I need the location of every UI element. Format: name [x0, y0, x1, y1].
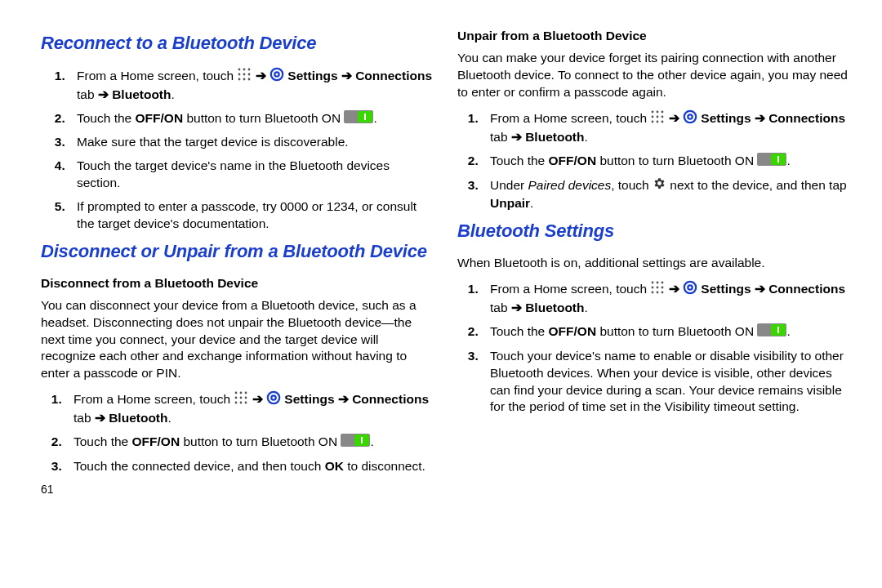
reconnect-steps: From a Home screen, touch ➔ Settings ➔ C…	[41, 67, 433, 233]
svg-point-24	[271, 396, 275, 400]
ok-label: OK	[325, 459, 344, 473]
arrow-icon: ➔	[669, 282, 679, 296]
gear-outline-icon	[270, 67, 284, 87]
step-text: next to the device, and then tap	[670, 178, 846, 192]
step-text: From a Home screen, touch	[74, 392, 234, 406]
svg-point-45	[652, 287, 654, 289]
gear-outline-icon	[266, 390, 281, 410]
svg-point-23	[268, 392, 279, 403]
svg-point-37	[684, 110, 696, 122]
svg-point-15	[240, 392, 243, 394]
disconnect-intro: You can disconnect your device from a Bl…	[41, 297, 433, 383]
bluetooth-label: Bluetooth	[525, 130, 584, 144]
list-item: Touch the OFF/ON button to turn Bluetoot…	[482, 153, 849, 171]
gear-outline-icon	[683, 280, 697, 300]
period: .	[373, 111, 376, 125]
step-text: Touch the connected device, and then tou…	[74, 459, 325, 473]
arrow-icon: ➔	[98, 87, 109, 101]
svg-point-33	[662, 115, 664, 118]
arrow-icon: ➔	[95, 411, 105, 425]
list-item: If prompted to enter a passcode, try 000…	[69, 198, 433, 233]
list-item: Touch your device's name to enable or di…	[482, 348, 849, 416]
svg-rect-41	[777, 156, 779, 163]
unpair-steps: From a Home screen, touch ➔ Settings ➔ C…	[457, 109, 849, 213]
svg-rect-55	[777, 327, 779, 333]
left-column: Reconnect to a Bluetooth Device From a H…	[41, 24, 433, 572]
step-text: From a Home screen, touch	[490, 111, 650, 125]
toggle-on-icon	[344, 110, 373, 128]
svg-point-22	[245, 402, 247, 404]
svg-point-38	[688, 114, 692, 118]
svg-point-51	[684, 282, 696, 293]
period: .	[786, 154, 790, 167]
list-item: Touch the OFF/ON button to turn Bluetoot…	[482, 323, 849, 341]
svg-point-47	[662, 287, 664, 289]
svg-point-48	[652, 292, 654, 294]
svg-point-21	[240, 402, 243, 404]
svg-point-34	[652, 120, 654, 122]
connections-label: Connections	[768, 111, 845, 125]
step-text: , touch	[611, 178, 653, 192]
bluetooth-label: Bluetooth	[525, 301, 584, 314]
svg-point-10	[274, 72, 278, 76]
tab-word: tab	[74, 411, 95, 425]
list-item: Touch the connected device, and then tou…	[65, 458, 433, 475]
settings-label: Settings	[701, 282, 751, 296]
svg-point-28	[652, 110, 654, 113]
step-text: Touch the	[74, 434, 132, 448]
offon-label: OFF/ON	[549, 154, 597, 167]
connections-label: Connections	[355, 69, 432, 82]
heading-disconnect-unpair: Disconnect or Unpair from a Bluetooth De…	[41, 239, 433, 264]
disconnect-steps: From a Home screen, touch ➔ Settings ➔ C…	[41, 390, 433, 475]
paired-devices-label: Paired devices	[528, 178, 612, 192]
svg-point-3	[238, 73, 241, 75]
svg-point-29	[657, 110, 659, 113]
svg-point-14	[235, 392, 238, 394]
offon-label: OFF/ON	[549, 324, 597, 338]
connections-label: Connections	[768, 282, 845, 296]
arrow-icon: ➔	[256, 69, 266, 82]
svg-point-0	[238, 68, 241, 70]
svg-rect-27	[361, 437, 363, 443]
apps-grid-icon	[650, 280, 665, 300]
step-text: From a Home screen, touch	[77, 69, 237, 82]
unpair-label: Unpair	[490, 196, 530, 210]
offon-label: OFF/ON	[132, 434, 180, 448]
list-item: Touch the target device's name in the Bl…	[69, 158, 433, 192]
svg-point-46	[657, 287, 659, 289]
svg-point-5	[248, 73, 251, 75]
manual-page: Reconnect to a Bluetooth Device From a H…	[0, 0, 882, 588]
svg-point-16	[245, 392, 247, 394]
svg-point-31	[652, 115, 654, 118]
period: .	[172, 87, 175, 101]
svg-point-20	[235, 402, 238, 404]
subheading-disconnect: Disconnect from a Bluetooth Device	[41, 275, 433, 292]
svg-point-44	[662, 282, 664, 284]
arrow-icon: ➔	[338, 392, 349, 406]
svg-point-32	[657, 115, 659, 118]
heading-reconnect: Reconnect to a Bluetooth Device	[41, 31, 433, 56]
settings-label: Settings	[284, 392, 334, 406]
step-text: Touch the	[77, 111, 136, 125]
svg-point-18	[240, 397, 243, 399]
svg-point-4	[243, 73, 246, 75]
period: .	[786, 324, 790, 338]
step-text: button to turn Bluetooth ON	[180, 434, 341, 448]
bluetooth-label: Bluetooth	[112, 87, 171, 101]
svg-rect-13	[364, 114, 366, 120]
svg-point-30	[662, 110, 664, 113]
list-item: From a Home screen, touch ➔ Settings ➔ C…	[482, 280, 849, 317]
toggle-on-icon	[757, 323, 786, 341]
apps-grid-icon	[234, 390, 248, 410]
subheading-unpair: Unpair from a Bluetooth Device	[457, 28, 849, 45]
period: .	[168, 411, 172, 425]
page-number: 61	[41, 482, 433, 497]
svg-point-35	[657, 120, 659, 122]
toggle-on-icon	[341, 434, 370, 452]
arrow-icon: ➔	[511, 130, 522, 144]
apps-grid-icon	[237, 67, 252, 87]
svg-point-9	[271, 68, 283, 79]
list-item: Under Paired devices, touch next to the …	[482, 176, 849, 212]
svg-point-2	[248, 68, 251, 70]
svg-point-50	[662, 292, 664, 294]
